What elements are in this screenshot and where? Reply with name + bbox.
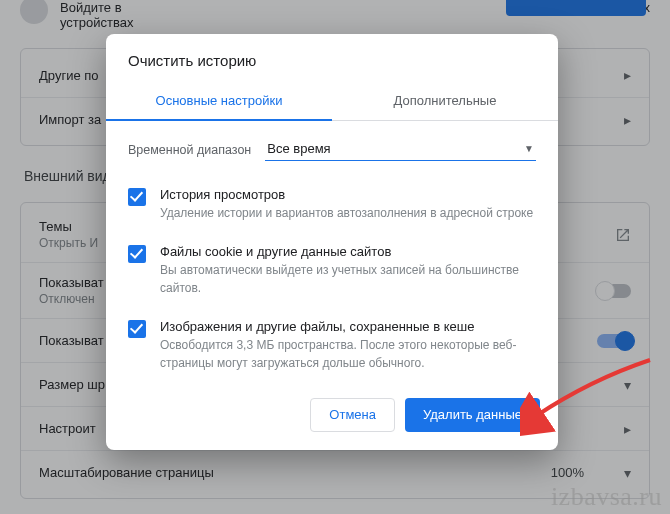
time-range-label: Временной диапазон: [128, 143, 251, 157]
time-range-value: Все время: [267, 141, 330, 156]
checkbox-cached-images[interactable]: [128, 320, 146, 338]
dialog-title: Очистить историю: [106, 34, 558, 83]
item-title: Изображения и другие файлы, сохраненные …: [160, 319, 536, 334]
time-range-select[interactable]: Все время ▼: [265, 139, 536, 161]
item-browsing-history[interactable]: История просмотров Удаление истории и ва…: [128, 177, 536, 234]
checkbox-cookies[interactable]: [128, 245, 146, 263]
cancel-button[interactable]: Отмена: [310, 398, 395, 432]
tab-basic[interactable]: Основные настройки: [106, 83, 332, 120]
item-desc: Вы автоматически выйдете из учетных запи…: [160, 262, 536, 297]
watermark: izbavsa.ru: [551, 482, 662, 512]
item-cookies[interactable]: Файлы cookie и другие данные сайтов Вы а…: [128, 234, 536, 309]
checkbox-browsing-history[interactable]: [128, 188, 146, 206]
item-desc: Удаление истории и вариантов автозаполне…: [160, 205, 533, 222]
item-desc: Освободится 3,3 МБ пространства. После э…: [160, 337, 536, 372]
tab-advanced[interactable]: Дополнительные: [332, 83, 558, 120]
dialog-tabs: Основные настройки Дополнительные: [106, 83, 558, 121]
clear-data-button[interactable]: Удалить данные: [405, 398, 540, 432]
clear-browsing-data-dialog: Очистить историю Основные настройки Допо…: [106, 34, 558, 450]
item-title: История просмотров: [160, 187, 533, 202]
item-cached-images[interactable]: Изображения и другие файлы, сохраненные …: [128, 309, 536, 384]
item-title: Файлы cookie и другие данные сайтов: [160, 244, 536, 259]
dropdown-triangle-icon: ▼: [524, 143, 534, 154]
